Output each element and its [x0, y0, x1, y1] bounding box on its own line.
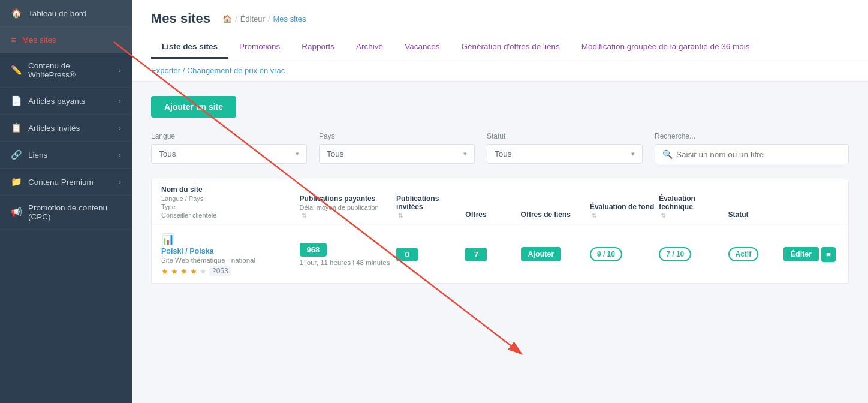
- site-score: 2053: [209, 266, 231, 276]
- sites-icon: ≡: [11, 35, 16, 45]
- add-site-button[interactable]: Ajouter un site: [151, 96, 236, 118]
- link-icon: 🔗: [11, 149, 22, 160]
- search-icon: 🔍: [662, 149, 673, 159]
- chevron-right-icon: ›: [119, 151, 121, 158]
- search-input-wrap: 🔍: [655, 144, 849, 164]
- menu-button[interactable]: ≡: [821, 247, 836, 262]
- sites-table: Nom du site Langue / Pays Type Conseille…: [151, 179, 849, 284]
- tab-rapports[interactable]: Rapports: [291, 36, 345, 59]
- chevron-right-icon: ›: [119, 178, 121, 185]
- site-name-col: 📊 Polski / Polska Site Web thématique - …: [161, 233, 300, 276]
- search-input[interactable]: [676, 150, 841, 159]
- chevron-right-icon: ›: [119, 124, 121, 131]
- pays-value: Tous: [327, 149, 463, 158]
- th-nom: Nom du site Langue / Pays Type Conseille…: [161, 185, 300, 219]
- site-type: Site Web thématique - national: [161, 257, 300, 264]
- action-col: Éditer ≡: [783, 247, 839, 262]
- sidebar-item-label: Promotion de contenu (CPC): [28, 203, 121, 221]
- edit-button[interactable]: Éditer: [783, 247, 819, 261]
- sidebar-item-label: Articles payants: [28, 97, 85, 106]
- main-area: Ajouter un site Langue Tous ▾ Pays Tous …: [132, 82, 868, 403]
- tab-liste-sites[interactable]: Liste des sites: [151, 36, 228, 59]
- recherche-label: Recherche...: [655, 132, 849, 140]
- langue-label: Langue: [151, 132, 307, 140]
- star-4: ★: [190, 267, 197, 276]
- megaphone-icon: 📢: [11, 207, 22, 218]
- tab-vacances[interactable]: Vacances: [394, 36, 450, 59]
- statut-filter-group: Statut Tous ▾: [487, 132, 643, 164]
- chevron-right-icon: ›: [119, 67, 121, 74]
- doc-icon: 📄: [11, 95, 22, 106]
- page-title: Mes sites: [151, 11, 210, 26]
- langue-filter-group: Langue Tous ▾: [151, 132, 307, 164]
- table-row: 📊 Polski / Polska Site Web thématique - …: [152, 225, 848, 283]
- eval-fond-col: 9 / 10: [590, 247, 659, 261]
- star-5: ★: [200, 267, 207, 276]
- offres-badge: 7: [465, 248, 487, 261]
- star-2: ★: [171, 267, 178, 276]
- tab-promotions[interactable]: Promotions: [228, 36, 291, 59]
- star-3: ★: [180, 267, 188, 276]
- sort-icon[interactable]: ⇅: [592, 212, 659, 219]
- breadcrumb: 🏠 / Éditeur / Mes sites: [222, 14, 306, 23]
- breadcrumb-editeur[interactable]: Éditeur: [240, 14, 265, 23]
- export-changement-link[interactable]: Exporter / Changement de prix en vrac: [151, 66, 285, 75]
- sidebar-item-label: Contenu Premium: [28, 178, 94, 187]
- statut-select[interactable]: Tous ▾: [487, 144, 643, 164]
- th-eval-technique: Évaluation technique ⇅: [659, 194, 728, 219]
- pub-payantes-badge: 968: [300, 243, 327, 257]
- chart-icon: 📊: [161, 233, 300, 246]
- breadcrumb-current: Mes sites: [273, 14, 306, 23]
- th-offres: Offres: [465, 210, 520, 219]
- chevron-right-icon: ›: [119, 97, 121, 104]
- main-content: Mes sites 🏠 / Éditeur / Mes sites Liste …: [132, 0, 868, 403]
- pays-select[interactable]: Tous ▾: [319, 144, 475, 164]
- pays-label: Pays: [319, 132, 475, 140]
- table-header: Nom du site Langue / Pays Type Conseille…: [152, 179, 848, 225]
- home-icon: 🏠: [11, 8, 22, 19]
- sidebar-item-contenu-premium[interactable]: 📁 Contenu Premium ›: [0, 169, 132, 196]
- sort-icon[interactable]: ⇅: [661, 212, 728, 219]
- sidebar-item-mes-sites[interactable]: ≡ Mes sites: [0, 27, 132, 53]
- sidebar-item-promotion-cpc[interactable]: 📢 Promotion de contenu (CPC): [0, 196, 132, 230]
- eval-tech-col: 7 / 10: [659, 247, 728, 261]
- sidebar-item-label: Mes sites: [22, 35, 56, 44]
- sidebar-item-articles-payants[interactable]: 📄 Articles payants ›: [0, 88, 132, 115]
- eval-fond-badge: 9 / 10: [590, 247, 622, 261]
- sidebar: 🏠 Tableau de bord ≡ Mes sites ✏️ Contenu…: [0, 0, 132, 403]
- clipboard-icon: 📋: [11, 122, 22, 133]
- tab-generation-offres[interactable]: Génération d'offres de liens: [450, 36, 570, 59]
- statut-filter-label: Statut: [487, 132, 643, 140]
- star-1: ★: [161, 267, 168, 276]
- pub-invitees-badge: 0: [396, 248, 418, 261]
- tab-modification-groupee[interactable]: Modification groupée de la garantie de 3…: [571, 36, 761, 59]
- pub-delay: 1 jour, 11 heures i 48 minutes: [300, 259, 390, 266]
- th-eval-fond: Évaluation de fond ⇅: [590, 203, 659, 219]
- statut-badge: Actif: [728, 247, 759, 261]
- sort-icon[interactable]: ⇅: [302, 212, 396, 219]
- chevron-down-icon: ▾: [631, 150, 635, 158]
- langue-select[interactable]: Tous ▾: [151, 144, 307, 164]
- th-offres-liens: Offres de liens: [521, 210, 590, 219]
- sidebar-item-articles-invites[interactable]: 📋 Articles invités ›: [0, 115, 132, 142]
- site-stars: ★ ★ ★ ★ ★ 2053: [161, 266, 300, 276]
- sidebar-item-contenu-whitepress[interactable]: ✏️ Contenu de WhitePress® ›: [0, 53, 132, 88]
- th-pub-invitees: Publications invitées ⇅: [396, 194, 465, 219]
- search-group: Recherche... 🔍: [655, 132, 849, 164]
- chevron-down-icon: ▾: [296, 150, 299, 158]
- sort-icon[interactable]: ⇅: [398, 212, 465, 219]
- sub-actions-bar: Exporter / Changement de prix en vrac: [132, 59, 868, 82]
- pays-filter-group: Pays Tous ▾: [319, 132, 475, 164]
- sidebar-item-tableau-de-bord[interactable]: 🏠 Tableau de bord: [0, 0, 132, 27]
- tab-archive[interactable]: Archive: [345, 36, 394, 59]
- tab-bar: Liste des sites Promotions Rapports Arch…: [151, 36, 849, 59]
- statut-col: Actif: [728, 247, 783, 261]
- sidebar-item-liens[interactable]: 🔗 Liens ›: [0, 142, 132, 169]
- pub-payantes-col: 968 1 jour, 11 heures i 48 minutes: [300, 243, 396, 266]
- th-pub-payantes: Publications payantes Délai moyen de pub…: [300, 194, 396, 219]
- folder-icon: 📁: [11, 176, 22, 187]
- offres-liens-col: Ajouter: [521, 247, 590, 261]
- statut-value: Tous: [495, 149, 631, 158]
- chevron-down-icon: ▾: [463, 150, 467, 158]
- ajouter-offre-button[interactable]: Ajouter: [521, 247, 562, 261]
